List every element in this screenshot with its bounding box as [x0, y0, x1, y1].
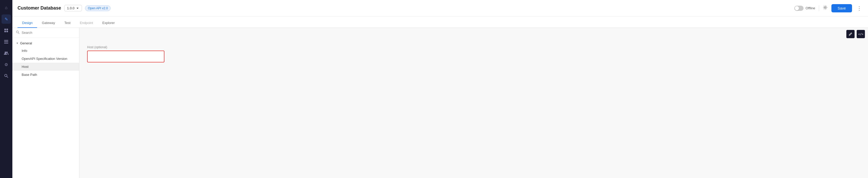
version-dropdown[interactable]: 1.0.0: [64, 5, 82, 11]
right-panel-toolbar: </>: [80, 28, 868, 40]
main-content: Customer Database 1.0.0 Open API v2.0 Of…: [12, 0, 868, 178]
more-options-button[interactable]: ⋮: [856, 5, 863, 11]
openapi-badge: Open API v2.0: [85, 5, 111, 11]
nav-item-base-path[interactable]: Base Path: [12, 71, 79, 79]
tab-design[interactable]: Design: [18, 18, 37, 28]
edit-view-button[interactable]: [846, 30, 855, 38]
users-icon[interactable]: [2, 49, 11, 58]
code-view-button[interactable]: </>: [857, 30, 865, 38]
offline-label: Offline: [806, 6, 815, 10]
nav-group-header[interactable]: ▼ General: [12, 40, 79, 47]
collapse-arrow: ▼: [16, 42, 19, 44]
tab-endpoint: Endpoint: [75, 18, 98, 28]
svg-rect-1: [6, 29, 8, 30]
toggle-thumb: [795, 6, 799, 10]
svg-rect-4: [4, 40, 8, 41]
page-title: Customer Database: [18, 5, 61, 11]
list-icon[interactable]: [2, 37, 11, 47]
grid-icon[interactable]: [2, 26, 11, 35]
svg-line-10: [7, 77, 8, 78]
body-area: ▼ General Info OpenAPI Specification Ver…: [12, 28, 868, 178]
svg-point-9: [5, 74, 7, 77]
header: Customer Database 1.0.0 Open API v2.0 Of…: [12, 0, 868, 17]
svg-line-13: [18, 33, 20, 34]
tab-explorer[interactable]: Explorer: [98, 18, 119, 28]
gear-icon[interactable]: [823, 5, 828, 11]
tab-test[interactable]: Test: [60, 18, 75, 28]
svg-rect-2: [4, 31, 6, 32]
right-panel: </> Host (optional): [80, 28, 868, 178]
nav-item-host[interactable]: Host: [12, 63, 79, 71]
search-icon: [16, 30, 20, 35]
nav-item-openapi-spec[interactable]: OpenAPI Specification Version: [12, 55, 79, 63]
svg-rect-0: [4, 29, 6, 30]
sidebar: ⌂ ✎ ⚙: [0, 0, 12, 178]
svg-point-8: [6, 52, 8, 53]
svg-point-11: [825, 7, 826, 8]
svg-point-7: [5, 52, 6, 53]
content-area: Host (optional): [80, 40, 868, 67]
header-right: Offline Save ⋮: [794, 4, 863, 12]
edit-icon[interactable]: ✎: [2, 14, 11, 24]
host-field-label: Host (optional): [87, 46, 860, 49]
version-value: 1.0.0: [67, 6, 74, 10]
offline-toggle[interactable]: [794, 6, 804, 11]
header-divider: [819, 5, 819, 11]
settings-icon[interactable]: ⚙: [2, 60, 11, 69]
code-icon: </>: [858, 32, 863, 36]
tab-gateway[interactable]: Gateway: [37, 18, 60, 28]
svg-point-12: [17, 31, 19, 33]
search-sidebar-icon[interactable]: [2, 71, 11, 81]
home-icon[interactable]: ⌂: [2, 3, 11, 12]
nav-item-info[interactable]: Info: [12, 47, 79, 55]
host-input[interactable]: [87, 51, 164, 62]
search-input[interactable]: [22, 31, 75, 35]
svg-rect-5: [4, 41, 8, 42]
svg-rect-6: [4, 43, 8, 43]
left-panel: ▼ General Info OpenAPI Specification Ver…: [12, 28, 80, 178]
nav-section: ▼ General Info OpenAPI Specification Ver…: [12, 38, 79, 81]
offline-toggle-wrap: Offline: [794, 6, 815, 11]
save-button[interactable]: Save: [831, 4, 852, 12]
tabs-bar: Design Gateway Test Endpoint Explorer: [12, 17, 868, 28]
svg-rect-3: [6, 31, 8, 32]
nav-group-label: General: [20, 41, 32, 45]
search-bar: [12, 28, 79, 38]
